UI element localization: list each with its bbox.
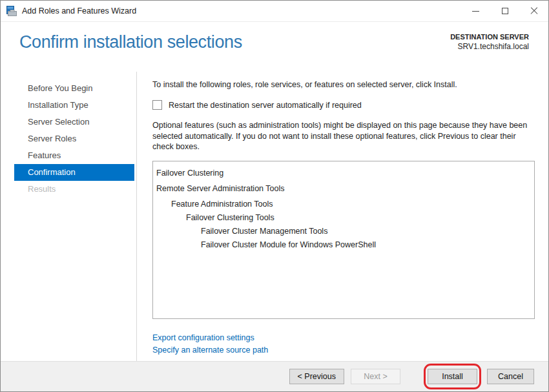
sidebar-item-confirmation[interactable]: Confirmation xyxy=(14,164,134,181)
maximize-button[interactable] xyxy=(490,1,519,21)
list-item[interactable]: Failover Clustering xyxy=(153,167,534,180)
sidebar-item-results: Results xyxy=(1,181,136,198)
selected-features-listbox[interactable]: Failover Clustering Remote Server Admini… xyxy=(152,161,535,319)
alternate-source-path-link[interactable]: Specify an alternate source path xyxy=(152,344,268,356)
close-icon xyxy=(530,7,538,15)
minimize-button[interactable] xyxy=(461,1,490,21)
list-item[interactable]: Remote Server Administration Tools xyxy=(153,182,534,196)
close-button[interactable] xyxy=(519,1,548,21)
destination-server-block: DESTINATION SERVER SRV1.techshifa.local xyxy=(450,32,529,72)
export-configuration-link[interactable]: Export configuration settings xyxy=(152,332,254,344)
destination-server-name: SRV1.techshifa.local xyxy=(450,42,529,52)
list-item[interactable]: Failover Cluster Module for Windows Powe… xyxy=(153,238,534,252)
restart-checkbox[interactable] xyxy=(152,100,162,110)
minimize-icon xyxy=(472,11,479,12)
links-block: Export configuration settings Specify an… xyxy=(152,332,535,356)
install-button-wrap: Install xyxy=(428,369,477,384)
wizard-window: Add Roles and Features Wizard Confirm in… xyxy=(0,0,549,392)
sidebar-item-installation-type[interactable]: Installation Type xyxy=(1,97,136,114)
main-panel: To install the following roles, role ser… xyxy=(137,72,549,361)
page-title: Confirm installation selections xyxy=(19,32,242,72)
wizard-footer: < Previous Next > Install Cancel xyxy=(1,361,548,391)
optional-features-note: Optional features (such as administratio… xyxy=(152,120,535,152)
cancel-button[interactable]: Cancel xyxy=(487,369,534,384)
list-item[interactable]: Feature Administration Tools xyxy=(153,198,534,211)
sidebar-item-before-you-begin[interactable]: Before You Begin xyxy=(1,80,136,97)
destination-server-label: DESTINATION SERVER xyxy=(450,32,529,42)
next-button: Next > xyxy=(351,369,400,384)
page-header: Confirm installation selections DESTINAT… xyxy=(1,22,548,72)
list-item[interactable]: Failover Clustering Tools xyxy=(153,211,534,225)
wizard-app-icon xyxy=(6,6,17,16)
restart-checkbox-label[interactable]: Restart the destination server automatic… xyxy=(169,101,362,110)
window-title: Add Roles and Features Wizard xyxy=(22,6,461,15)
content-row: Before You Begin Installation Type Serve… xyxy=(1,72,548,361)
window-controls xyxy=(461,1,548,21)
intro-text: To install the following roles, role ser… xyxy=(152,80,535,89)
wizard-steps-sidebar: Before You Begin Installation Type Serve… xyxy=(1,72,137,361)
previous-button[interactable]: < Previous xyxy=(289,369,344,384)
maximize-icon xyxy=(502,8,508,14)
title-bar: Add Roles and Features Wizard xyxy=(1,1,548,22)
sidebar-item-features[interactable]: Features xyxy=(1,147,136,164)
install-button[interactable]: Install xyxy=(428,369,477,384)
list-item[interactable]: Failover Cluster Management Tools xyxy=(153,225,534,238)
restart-checkbox-row: Restart the destination server automatic… xyxy=(152,100,535,110)
sidebar-item-server-roles[interactable]: Server Roles xyxy=(1,130,136,147)
sidebar-item-server-selection[interactable]: Server Selection xyxy=(1,114,136,130)
